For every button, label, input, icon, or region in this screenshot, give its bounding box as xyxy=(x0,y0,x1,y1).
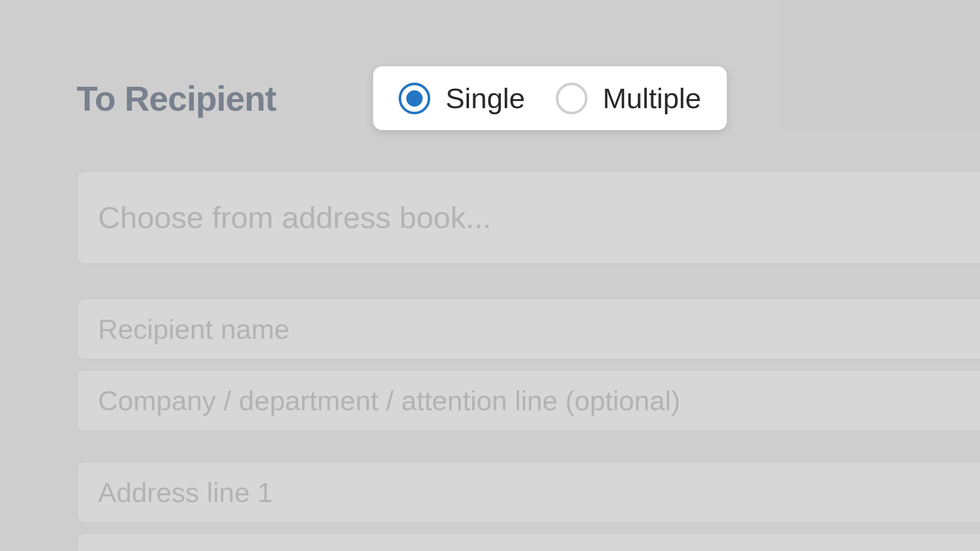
radio-label-multiple: Multiple xyxy=(603,82,701,115)
radio-selected-icon xyxy=(399,83,430,114)
address-line-2-input[interactable] xyxy=(77,533,980,551)
radio-label-single: Single xyxy=(446,82,525,115)
recipient-name-input[interactable] xyxy=(77,298,980,360)
address-book-input[interactable] xyxy=(77,171,980,264)
recipient-mode-radio-group: Single Multiple xyxy=(373,66,727,130)
recipient-mode-multiple-radio[interactable]: Multiple xyxy=(556,82,701,115)
recipient-mode-single-radio[interactable]: Single xyxy=(399,82,525,115)
company-input[interactable] xyxy=(77,369,980,432)
section-title: To Recipient xyxy=(77,79,276,118)
address-line-1-input[interactable] xyxy=(77,461,980,523)
radio-unselected-icon xyxy=(556,83,587,114)
